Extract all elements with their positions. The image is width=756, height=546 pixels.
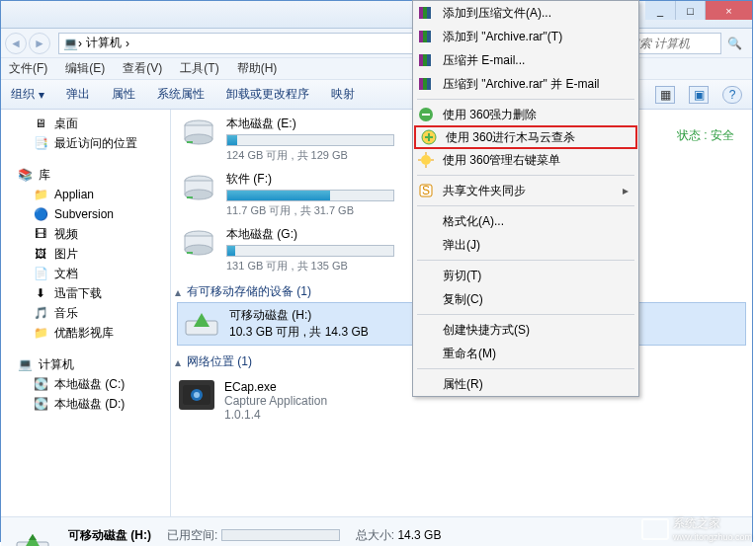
context-menu-item[interactable]: 属性(R) — [413, 372, 638, 396]
menu-item-label: 复制(C) — [443, 291, 483, 308]
blank-icon — [417, 212, 435, 230]
eject-button[interactable]: 弹出 — [66, 86, 90, 103]
context-menu-item[interactable]: 压缩到 "Archive.rar" 并 E-mail — [413, 72, 638, 96]
context-menu-item[interactable]: 创建快捷方式(S) — [413, 318, 638, 342]
back-button[interactable]: ◄ — [5, 33, 27, 54]
capacity-bar — [226, 190, 394, 201]
removable-drive-icon — [13, 528, 52, 547]
blank-icon — [417, 345, 435, 362]
menu-tools[interactable]: 工具(T) — [180, 60, 218, 77]
computer-icon: 💻 — [63, 37, 78, 50]
svg-rect-28 — [427, 78, 431, 90]
map-drive-button[interactable]: 映射 — [331, 86, 355, 103]
nav-library-item[interactable]: 📁优酷影视库 — [1, 323, 170, 343]
menu-item-label: 属性(R) — [443, 376, 483, 393]
details-title: 可移动磁盘 (H:) — [68, 527, 151, 544]
status-value: 安全 — [711, 128, 734, 142]
app-version: 1.0.1.4 — [224, 408, 327, 422]
context-menu-item[interactable]: 添加到压缩文件(A)... — [413, 1, 638, 25]
context-menu-item[interactable]: 压缩并 E-mail... — [413, 48, 638, 72]
menu-separator — [417, 260, 634, 261]
sync-s-icon: S — [417, 182, 435, 199]
nav-library-item[interactable]: 📄文档 — [1, 264, 170, 283]
context-menu[interactable]: 添加到压缩文件(A)...添加到 "Archive.rar"(T)压缩并 E-m… — [412, 0, 639, 397]
context-menu-item[interactable]: 使用 360进行木马云查杀 — [414, 125, 637, 149]
blank-icon — [417, 267, 435, 284]
context-menu-item[interactable]: 使用 360管理右键菜单 — [413, 148, 638, 172]
nav-item-label: 计算机 — [39, 356, 74, 373]
360-delete-icon — [417, 106, 435, 123]
chevron-down-icon: ▾ — [39, 88, 44, 102]
svg-rect-23 — [419, 54, 423, 66]
nav-library-root[interactable]: 📚库 — [1, 165, 170, 185]
svg-rect-24 — [423, 54, 427, 66]
nav-library-item[interactable]: 🎵音乐 — [1, 303, 170, 323]
context-menu-item[interactable]: S共享文件夹同步▸ — [413, 179, 638, 202]
minimize-button[interactable]: _ — [645, 1, 675, 20]
nav-library-item[interactable]: 📁Applian — [1, 185, 170, 204]
nav-computer-root[interactable]: 💻计算机 — [1, 354, 170, 374]
blank-icon — [417, 290, 435, 308]
nav-drive-item[interactable]: 💽本地磁盘 (D:) — [1, 394, 170, 414]
details-pane: 可移动磁盘 (H:) 可移动磁盘 已用空间: 可用空间: 10.3 GB 总大小… — [1, 516, 752, 546]
watermark-brand: 系统之家 — [673, 515, 752, 532]
svg-rect-26 — [419, 78, 423, 90]
collapse-icon: ▴ — [175, 285, 181, 299]
context-menu-item[interactable]: 重命名(M) — [413, 342, 638, 365]
menu-help[interactable]: 帮助(H) — [237, 60, 278, 77]
menu-item-label: 共享文件夹同步 — [443, 183, 526, 199]
nav-library-item[interactable]: 🔵Subversion — [1, 204, 170, 224]
menu-separator — [417, 205, 634, 206]
forward-button[interactable]: ► — [29, 33, 50, 54]
menu-item-label: 压缩并 E-mail... — [443, 52, 525, 69]
desktop-icon: 🖥 — [33, 116, 48, 131]
menu-item-label: 重命名(M) — [443, 346, 496, 362]
close-button[interactable]: × — [705, 1, 752, 20]
context-menu-item[interactable]: 添加到 "Archive.rar"(T) — [413, 25, 638, 48]
nav-item-label: Subversion — [54, 207, 114, 221]
camera-icon — [179, 380, 214, 410]
view-mode-button[interactable]: ▦ — [655, 86, 675, 104]
nav-favorite[interactable]: 📑最近访问的位置 — [1, 133, 170, 153]
context-menu-item[interactable]: 格式化(A)... — [413, 209, 638, 233]
system-properties-button[interactable]: 系统属性 — [157, 86, 205, 103]
nav-item-label: 最近访问的位置 — [54, 135, 137, 152]
menu-edit[interactable]: 编辑(E) — [65, 60, 105, 77]
context-menu-item[interactable]: 剪切(T) — [413, 264, 638, 287]
app-name: ECap.exe — [224, 380, 327, 394]
nav-library-item[interactable]: ⬇迅雷下载 — [1, 283, 170, 303]
maximize-button[interactable]: □ — [675, 1, 705, 20]
used-label: 已用空间: — [167, 528, 217, 542]
context-menu-item[interactable]: 使用 360强力删除 — [413, 103, 638, 126]
organize-button[interactable]: 组织▾ — [11, 86, 44, 103]
blank-icon — [417, 236, 435, 254]
svg-rect-19 — [427, 7, 431, 19]
context-menu-item[interactable]: 复制(C) — [413, 287, 638, 311]
preview-pane-button[interactable]: ▣ — [689, 86, 709, 104]
doc-icon: 📄 — [33, 266, 48, 281]
context-menu-item[interactable]: 弹出(J) — [413, 233, 638, 257]
menu-separator — [417, 368, 634, 369]
svg-text:S: S — [422, 184, 430, 197]
help-button[interactable]: ? — [722, 86, 742, 104]
uninstall-button[interactable]: 卸载或更改程序 — [226, 86, 309, 103]
nav-item-label: 音乐 — [54, 305, 78, 322]
nav-library-item[interactable]: 🎞视频 — [1, 224, 170, 244]
svg-rect-30 — [422, 114, 430, 116]
total-label: 总大小: — [356, 528, 394, 542]
search-icon[interactable]: 🔍 — [727, 37, 742, 50]
nav-drive-item[interactable]: 💽本地磁盘 (C:) — [1, 374, 170, 394]
titlebar: _ □ × — [1, 1, 752, 29]
menu-view[interactable]: 查看(V) — [123, 60, 162, 77]
svg-rect-3 — [187, 141, 193, 143]
nav-item-label: 桌面 — [54, 116, 78, 132]
nav-item-label: 优酷影视库 — [54, 325, 114, 342]
music-icon: 🎵 — [33, 305, 48, 321]
svg-point-15 — [194, 392, 200, 398]
nav-item-label: 本地磁盘 (C:) — [54, 376, 125, 393]
nav-library-item[interactable]: 🖼图片 — [1, 244, 170, 264]
nav-favorite[interactable]: 🖥桌面 — [1, 114, 170, 133]
properties-button[interactable]: 属性 — [112, 86, 135, 103]
menu-file[interactable]: 文件(F) — [9, 60, 47, 77]
breadcrumb-location[interactable]: 计算机 — [86, 35, 122, 51]
